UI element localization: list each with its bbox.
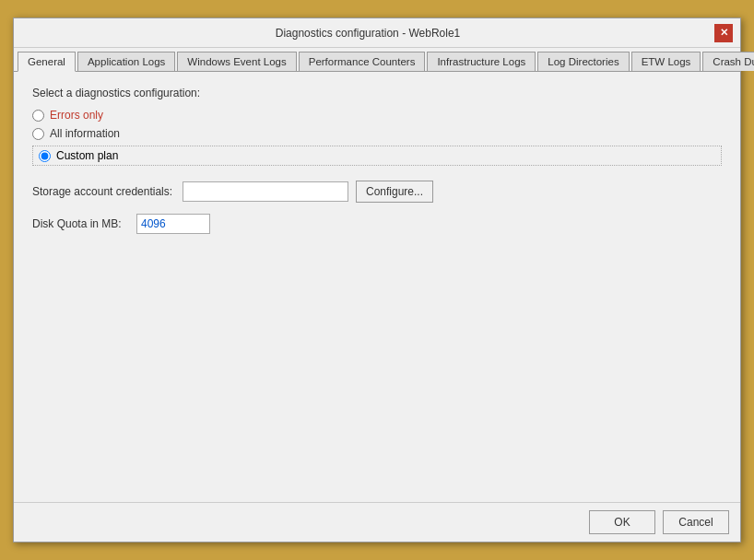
radio-group: Errors only All information Custom plan — [32, 109, 722, 166]
section-label: Select a diagnostics configuration: — [32, 87, 722, 99]
storage-label: Storage account credentials: — [32, 185, 175, 198]
dialog-title: Diagnostics configuration - WebRole1 — [21, 27, 714, 40]
tab-log-directories[interactable]: Log Directories — [537, 52, 629, 71]
close-icon: ✕ — [720, 27, 728, 39]
content-area: Select a diagnostics configuration: Erro… — [14, 72, 740, 502]
tab-etw-logs[interactable]: ETW Logs — [631, 52, 701, 71]
custom-plan-radio[interactable] — [39, 150, 51, 162]
custom-plan-label: Custom plan — [56, 149, 118, 162]
tab-general[interactable]: General — [18, 52, 76, 72]
radio-errors-only[interactable]: Errors only — [32, 109, 722, 122]
all-information-radio[interactable] — [32, 128, 44, 140]
tab-performance-counters[interactable]: Performance Counters — [299, 52, 426, 71]
storage-row: Storage account credentials: Configure..… — [32, 181, 722, 203]
footer: OK Cancel — [14, 502, 740, 542]
disk-quota-input[interactable] — [136, 214, 210, 234]
tabs-container: GeneralApplication LogsWindows Event Log… — [14, 48, 740, 72]
all-information-label: All information — [50, 127, 120, 140]
dialog: Diagnostics configuration - WebRole1 ✕ G… — [13, 18, 741, 542]
tab-application-logs[interactable]: Application Logs — [77, 52, 175, 71]
radio-all-information[interactable]: All information — [32, 127, 722, 140]
configure-button[interactable]: Configure... — [356, 181, 433, 203]
custom-plan-row[interactable]: Custom plan — [32, 146, 722, 166]
tab-windows-event-logs[interactable]: Windows Event Logs — [177, 52, 296, 71]
cancel-button[interactable]: Cancel — [663, 510, 729, 534]
tab-crash-dumps[interactable]: Crash Dumps — [702, 52, 754, 71]
title-bar: Diagnostics configuration - WebRole1 ✕ — [14, 18, 740, 48]
close-button[interactable]: ✕ — [714, 24, 733, 42]
errors-only-radio[interactable] — [32, 110, 44, 122]
disk-quota-label: Disk Quota in MB: — [32, 217, 129, 230]
ok-button[interactable]: OK — [589, 510, 655, 534]
tab-infrastructure-logs[interactable]: Infrastructure Logs — [427, 52, 536, 71]
disk-quota-row: Disk Quota in MB: — [32, 214, 722, 234]
errors-only-label: Errors only — [50, 109, 103, 122]
storage-input[interactable] — [183, 181, 348, 202]
